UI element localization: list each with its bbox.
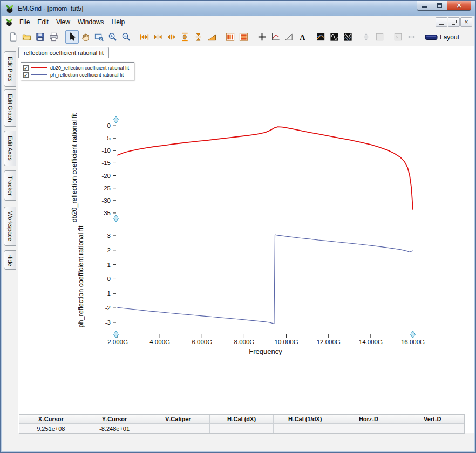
pan-hand-icon: [80, 32, 91, 42]
y-axis-zoom-in-button[interactable]: [192, 30, 205, 44]
y-tick-label: -1: [105, 290, 111, 297]
status-header-x-cursor: X-Cursor: [19, 415, 83, 424]
axis-handle-icon[interactable]: [114, 215, 119, 222]
mdi-close-button[interactable]: ×: [460, 17, 472, 27]
zoom-window-icon: [94, 32, 104, 42]
x-tick-label: 12.000G: [317, 339, 341, 345]
graph-properties-icon: [270, 32, 281, 42]
document-tab[interactable]: reflection coefficient rational fit: [18, 47, 109, 58]
status-header-horz-d: Horz-D: [337, 415, 401, 424]
menu-edit[interactable]: Edit: [33, 17, 52, 28]
mdi-minimize-button[interactable]: [436, 17, 447, 27]
menu-help[interactable]: Help: [108, 17, 129, 28]
fit-horizontal-button: [405, 30, 418, 44]
add-text-button[interactable]: A: [296, 30, 309, 44]
trace-db20[interactable]: [118, 127, 413, 209]
x-axis-zoom-in-button[interactable]: [151, 30, 165, 44]
cursor-status-table: X-CursorY-CursorV-CaliperH-Cal (dX)H-Cal…: [19, 414, 465, 434]
legend-line-sample: [31, 74, 47, 75]
add-cursor-button[interactable]: [255, 30, 269, 44]
y-tick-label: -10: [101, 147, 111, 154]
maximize-button[interactable]: [432, 1, 447, 11]
layout-icon: [425, 32, 438, 43]
y-axis-label-db20: db20_reflection coefficient rational fit: [71, 113, 78, 223]
y-tick-label: -5: [105, 135, 111, 141]
zoom-out-button[interactable]: [119, 30, 133, 44]
y-tick-label: -25: [101, 185, 111, 191]
window-title: EM.Grid - [pmom_tut5]: [18, 5, 83, 12]
mdi-restore-button[interactable]: [448, 17, 460, 27]
mdi-close-icon: ×: [464, 18, 468, 26]
maximize-icon: [437, 3, 442, 8]
fit-vertical-icon: [361, 32, 371, 42]
select-arrow-icon: [67, 32, 77, 42]
status-header-y-cursor: Y-Cursor: [83, 415, 147, 424]
x-tick-label: 4.000G: [149, 339, 170, 345]
close-button[interactable]: ×: [447, 1, 471, 11]
toolbar: ALayout: [2, 28, 474, 46]
y-tick-label: 3: [107, 232, 111, 239]
plot-canvas[interactable]: 0-5-10-15-20-25-30-353210-1-2-32.000G4.0…: [2, 46, 474, 451]
vertical-markers-button[interactable]: [223, 30, 237, 44]
mdi-restore-icon: [451, 19, 457, 25]
new-document-button[interactable]: [6, 30, 20, 44]
legend-checkbox[interactable]: ✓: [23, 65, 29, 71]
delta-marker-button[interactable]: [282, 30, 296, 44]
fit-horizontal-icon: [406, 32, 417, 42]
colormap-button[interactable]: [314, 30, 328, 44]
colormap-icon: [316, 32, 326, 42]
trace-ph[interactable]: [118, 235, 413, 324]
document-icon: [5, 18, 13, 26]
status-value-6: [400, 424, 464, 433]
y-axis-full-scale-button[interactable]: [178, 30, 192, 44]
x-tick-label: 6.000G: [192, 339, 212, 345]
graph-properties-button[interactable]: [269, 30, 282, 44]
layout-button[interactable]: Layout: [425, 32, 459, 43]
delta-marker-icon: [284, 32, 294, 42]
waveform-button[interactable]: [328, 30, 341, 44]
menu-file[interactable]: File: [16, 17, 33, 28]
spectrum-icon: [343, 32, 353, 42]
status-value-5: [337, 424, 401, 433]
document-tab-label: reflection coefficient rational fit: [24, 50, 104, 56]
legend-label: ph_reflection coefficient rational fit: [50, 72, 124, 78]
axis-handle-icon[interactable]: [411, 331, 416, 338]
status-value-0: 9.251e+08: [19, 424, 83, 433]
x-tick-label: 10.000G: [275, 339, 298, 345]
open-file-button[interactable]: [20, 30, 33, 44]
legend-checkbox[interactable]: ✓: [23, 72, 29, 78]
legend-row: ✓db20_reflection coefficient rational fi…: [23, 64, 129, 71]
menu-view[interactable]: View: [52, 17, 74, 28]
pan-hand-button[interactable]: [79, 30, 92, 44]
waveform-icon: [329, 32, 339, 42]
x-tick-label: 2.000G: [107, 339, 128, 345]
x-axis-zoom-in-icon: [153, 32, 163, 42]
placeholder-2-button: [391, 30, 405, 44]
spectrum-button[interactable]: [341, 30, 355, 44]
axis-handle-icon[interactable]: [114, 116, 119, 123]
fit-vertical-button: [359, 30, 373, 44]
zoom-in-button[interactable]: [106, 30, 119, 44]
legend-box: ✓db20_reflection coefficient rational fi…: [21, 62, 134, 80]
auto-scale-button[interactable]: [205, 30, 219, 44]
y-tick-label: 0: [107, 122, 111, 129]
status-value-4: [274, 424, 337, 433]
new-document-icon: [8, 32, 18, 42]
select-arrow-button[interactable]: [65, 30, 79, 44]
status-header-v-caliper: V-Caliper: [146, 415, 210, 424]
menu-items: FileEditViewWindowsHelp: [16, 17, 128, 28]
x-axis-zoom-out-button[interactable]: [165, 30, 178, 44]
print-button[interactable]: [47, 30, 60, 44]
status-header-h-cal-1-dx-: H-Cal (1/dX): [274, 415, 337, 424]
x-axis-full-scale-button[interactable]: [138, 30, 151, 44]
svg-text:A: A: [300, 33, 305, 42]
horizontal-markers-button[interactable]: [237, 30, 250, 44]
minimize-button[interactable]: [417, 1, 432, 11]
save-icon: [35, 32, 45, 42]
y-tick-label: 2: [107, 247, 111, 253]
menu-windows[interactable]: Windows: [74, 17, 108, 28]
save-button[interactable]: [33, 30, 47, 44]
y-tick-label: 1: [107, 262, 111, 268]
minimize-icon: [422, 6, 427, 8]
zoom-window-button[interactable]: [92, 30, 106, 44]
